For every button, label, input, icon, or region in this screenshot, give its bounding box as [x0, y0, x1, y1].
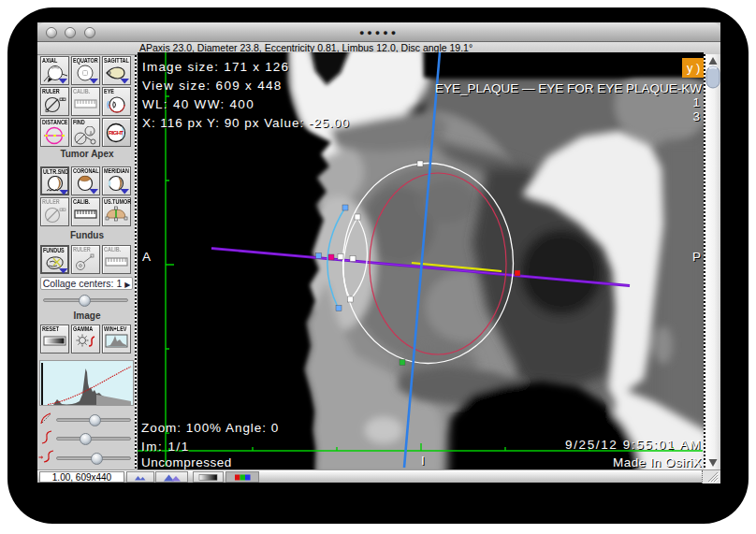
svg-text:y ): y ) — [687, 61, 700, 75]
svg-text:RIGHT: RIGHT — [109, 130, 124, 136]
